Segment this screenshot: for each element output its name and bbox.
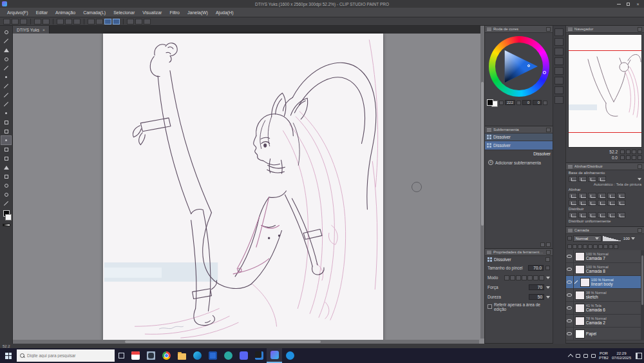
brush-size-unit-icon[interactable] <box>545 266 550 270</box>
layer-row-camada-7[interactable]: 100 % Normal Camada 7 <box>566 250 644 263</box>
menu-ajuda[interactable]: Ajuda(H) <box>213 9 237 16</box>
app-teal-button[interactable] <box>220 348 236 363</box>
panel-collapse-icon[interactable] <box>546 128 551 132</box>
taskbar-search[interactable] <box>17 349 115 362</box>
align-base-button[interactable] <box>598 176 606 182</box>
menu-selecionar[interactable]: Selecionar <box>110 9 138 16</box>
subtool-item-dissolver-1[interactable]: Dissolver <box>485 133 553 141</box>
line-correction-tool-icon[interactable] <box>1 199 11 208</box>
lock-icon[interactable] <box>573 244 577 249</box>
mode-row[interactable]: Modo <box>485 273 553 282</box>
align-extra-button[interactable] <box>607 200 616 206</box>
decoration-tool-icon[interactable] <box>1 118 11 126</box>
material-panel-icon-6[interactable] <box>554 86 564 94</box>
hardness-row[interactable]: Dureza 50 <box>485 292 553 302</box>
align-extra-button[interactable] <box>569 200 577 206</box>
align-extra-button[interactable] <box>578 200 587 206</box>
layer-thumbnail[interactable] <box>575 304 585 313</box>
open-file-icon[interactable] <box>12 19 19 25</box>
layer-thumbnail[interactable] <box>580 278 590 287</box>
snap-ruler-icon[interactable] <box>104 19 111 25</box>
rotate-right-icon[interactable] <box>626 155 630 160</box>
magic-wand-tool-icon[interactable] <box>1 64 11 72</box>
add-subtool-button[interactable]: + Adicionar subferramenta <box>485 157 553 168</box>
distribute-button[interactable] <box>569 212 577 218</box>
settings-icon[interactable] <box>144 19 151 25</box>
close-button[interactable]: × <box>636 2 640 6</box>
layer-thumbnail[interactable] <box>575 252 585 261</box>
material-icon[interactable] <box>135 19 142 25</box>
align-right-button[interactable] <box>588 193 596 199</box>
color-history-bar[interactable] <box>3 224 10 226</box>
fill-tool-icon[interactable] <box>1 145 11 153</box>
frame-border-tool-icon[interactable] <box>1 172 11 181</box>
panel-menu-icon[interactable] <box>568 29 573 30</box>
panel-collapse-icon[interactable] <box>638 27 642 32</box>
panel-collapse-icon[interactable] <box>546 27 551 32</box>
figure-tool-icon[interactable] <box>1 163 11 172</box>
menu-animacao[interactable]: Animação <box>52 9 79 16</box>
zoom-out-icon[interactable] <box>620 150 625 154</box>
folder-icon[interactable] <box>603 244 608 249</box>
hardness-value[interactable]: 50 <box>529 294 544 300</box>
task-view-button[interactable] <box>115 348 128 363</box>
layer-row-sketch[interactable]: 38 % Normal sketch <box>566 289 644 302</box>
brush-tool-icon[interactable] <box>1 100 11 108</box>
tray-chevron-up-icon[interactable] <box>568 354 573 359</box>
visibility-eye-icon[interactable] <box>566 250 574 262</box>
menu-arquivo[interactable]: Arquivo(F) <box>4 9 32 16</box>
drawing-canvas[interactable] <box>103 34 383 342</box>
gradient-tool-icon[interactable] <box>1 154 11 162</box>
eraser-tool-icon[interactable] <box>1 127 11 135</box>
zoom-out-icon[interactable] <box>96 19 103 25</box>
balloon-tool-icon[interactable] <box>1 190 11 199</box>
brush-detail-icon[interactable] <box>545 257 550 262</box>
lock-alpha-icon[interactable] <box>578 244 582 249</box>
layer-row-papel[interactable]: Papel <box>566 328 644 340</box>
layer-thumbnail[interactable] <box>575 291 585 300</box>
app-blue-button[interactable] <box>282 348 298 363</box>
fit-screen-icon[interactable] <box>632 150 636 154</box>
new-layer-icon[interactable] <box>609 244 613 249</box>
flip-horizontal-icon[interactable] <box>632 155 636 160</box>
language-indicator[interactable]: POR PTB2 <box>599 351 609 360</box>
color-slider-icon[interactable] <box>499 101 504 105</box>
material-panel-icon-4[interactable] <box>554 67 564 75</box>
draft-icon[interactable] <box>583 244 587 249</box>
strength-slider-icon[interactable] <box>546 286 550 289</box>
visibility-eye-icon[interactable] <box>566 289 574 301</box>
undo-icon[interactable] <box>34 19 41 25</box>
align-center-h-button[interactable] <box>578 193 587 199</box>
panel-menu-icon[interactable] <box>487 130 491 130</box>
title-bar[interactable]: DTIYS Yuks (1600 x 2560px 300dpi 52.2%) … <box>0 0 644 8</box>
align-base-button[interactable] <box>578 176 587 182</box>
hardness-slider-icon[interactable] <box>546 296 550 299</box>
menu-camada[interactable]: Camada(L) <box>80 9 109 16</box>
layer-thumbnail[interactable] <box>575 317 585 326</box>
layer-thumbnail[interactable] <box>575 265 585 274</box>
strength-value[interactable]: 70 <box>529 284 544 290</box>
align-base-dropdown-icon[interactable] <box>638 178 641 181</box>
panel-menu-icon[interactable] <box>487 252 491 253</box>
align-base-button[interactable] <box>569 176 577 182</box>
menu-editar[interactable]: Editar <box>33 9 51 16</box>
tray-wifi-icon[interactable] <box>583 354 588 358</box>
canvas-vertical-scrollbar[interactable] <box>480 26 484 338</box>
layer-row-lineart-body[interactable]: 100 % Normal lineart body <box>566 276 644 289</box>
align-bottom-button[interactable] <box>617 193 625 199</box>
mask-icon[interactable] <box>598 244 603 249</box>
material-panel-icon-3[interactable] <box>554 57 564 65</box>
visibility-eye-icon[interactable] <box>566 328 574 340</box>
distribute-button[interactable] <box>588 212 596 218</box>
save-file-icon[interactable] <box>20 19 27 25</box>
align-base-button[interactable] <box>588 176 596 182</box>
text-tool-icon[interactable] <box>1 181 11 190</box>
zoom-in-icon[interactable] <box>88 19 95 25</box>
menu-visualizar[interactable]: Visualizar <box>139 9 165 16</box>
eyedropper-tool-icon[interactable] <box>1 73 11 81</box>
deselect-icon[interactable] <box>65 19 72 25</box>
distribute-button[interactable] <box>578 212 587 218</box>
align-left-button[interactable] <box>569 193 577 199</box>
search-input[interactable] <box>27 353 104 358</box>
redo-icon[interactable] <box>43 19 50 25</box>
